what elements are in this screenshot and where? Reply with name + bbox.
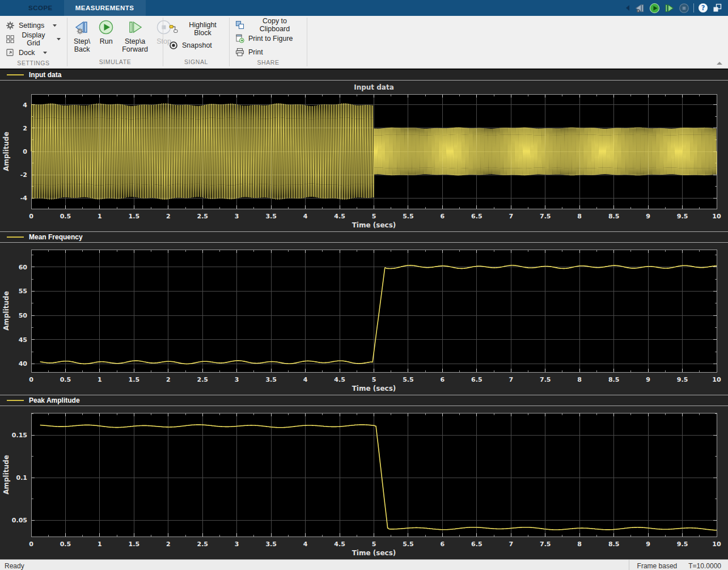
svg-text:-2: -2 bbox=[20, 171, 27, 179]
svg-text:4.5: 4.5 bbox=[334, 213, 345, 220]
svg-text:1.5: 1.5 bbox=[129, 376, 140, 383]
svg-text:9.5: 9.5 bbox=[677, 541, 688, 548]
svg-text:9: 9 bbox=[646, 213, 650, 220]
svg-text:0.15: 0.15 bbox=[12, 432, 27, 439]
svg-text:6.5: 6.5 bbox=[471, 541, 482, 548]
legend-label-mean-frequency: Mean Frequency bbox=[29, 233, 83, 241]
legend-line-sample bbox=[7, 400, 24, 401]
plot-input-data[interactable]: 00.511.522.533.544.555.566.577.588.599.5… bbox=[0, 81, 728, 231]
print-to-figure-icon bbox=[235, 34, 244, 43]
svg-text:5: 5 bbox=[372, 541, 376, 548]
svg-text:Amplitude: Amplitude bbox=[2, 291, 10, 331]
svg-text:3: 3 bbox=[235, 376, 239, 383]
legend-label-peak-amplitude: Peak Amplitude bbox=[29, 396, 80, 404]
svg-text:0.05: 0.05 bbox=[12, 517, 27, 524]
svg-text:8: 8 bbox=[577, 376, 582, 383]
grid-icon bbox=[6, 35, 15, 44]
svg-text:45: 45 bbox=[19, 336, 27, 344]
legend-mean-frequency[interactable]: Mean Frequency bbox=[0, 232, 728, 243]
toolbar-group-signal: Highlight Block Snapshot SIGNAL bbox=[163, 16, 229, 68]
svg-text:8.5: 8.5 bbox=[608, 376, 620, 383]
toolbar-group-settings: Settings Display Grid bbox=[0, 16, 67, 68]
collapse-chevron-icon[interactable] bbox=[625, 4, 630, 12]
svg-text:7: 7 bbox=[509, 213, 513, 220]
svg-text:Time (secs): Time (secs) bbox=[352, 549, 396, 557]
svg-text:7.5: 7.5 bbox=[540, 213, 551, 220]
toolstrip: Settings Display Grid bbox=[0, 16, 728, 69]
panel-input-data: Input data 00.511.522.533.544.555.566.57… bbox=[0, 70, 728, 231]
svg-text:Time (secs): Time (secs) bbox=[352, 221, 396, 229]
step-forward-label-line2: Forward bbox=[122, 45, 148, 53]
print-to-figure-button[interactable]: Print to Figure bbox=[234, 32, 302, 45]
svg-text:5.5: 5.5 bbox=[403, 541, 414, 548]
step-back-label-line1: Step\ bbox=[74, 37, 90, 45]
legend-peak-amplitude[interactable]: Peak Amplitude bbox=[0, 395, 728, 406]
toolstrip-collapse-icon[interactable] bbox=[716, 61, 723, 66]
svg-text:6.5: 6.5 bbox=[471, 376, 482, 383]
legend-input-data[interactable]: Input data bbox=[0, 70, 728, 81]
svg-text:7: 7 bbox=[509, 376, 513, 383]
toolbar-group-simulate: Step\ Back Run bbox=[67, 16, 163, 68]
chevron-down-icon bbox=[56, 37, 61, 41]
step-forward-button[interactable]: Step\a Forward bbox=[118, 19, 152, 54]
svg-text:-4: -4 bbox=[20, 195, 28, 202]
svg-text:4: 4 bbox=[303, 213, 308, 220]
run-button[interactable]: Run bbox=[94, 19, 118, 46]
dock-label: Dock bbox=[19, 49, 35, 57]
svg-text:Input data: Input data bbox=[354, 83, 394, 91]
panel-peak-amplitude: Peak Amplitude 00.511.522.533.544.555.56… bbox=[0, 395, 728, 559]
dock-icon bbox=[6, 48, 15, 57]
legend-label-input-data: Input data bbox=[29, 71, 61, 79]
status-bar: Ready Frame based T=10.0000 bbox=[0, 559, 728, 570]
step-back-icon[interactable] bbox=[634, 3, 645, 14]
run-label: Run bbox=[100, 37, 113, 45]
plot-peak-amplitude[interactable]: 00.511.522.533.544.555.566.577.588.599.5… bbox=[0, 406, 728, 559]
svg-text:6: 6 bbox=[441, 376, 445, 383]
svg-text:10: 10 bbox=[712, 541, 721, 548]
svg-text:6: 6 bbox=[441, 213, 445, 220]
svg-text:7.5: 7.5 bbox=[540, 376, 551, 383]
display-grid-button[interactable]: Display Grid bbox=[5, 32, 62, 46]
snapshot-icon bbox=[169, 41, 178, 50]
tab-scope[interactable]: SCOPE bbox=[17, 0, 64, 16]
svg-text:55: 55 bbox=[19, 288, 27, 295]
svg-text:5: 5 bbox=[372, 376, 376, 383]
svg-text:9.5: 9.5 bbox=[677, 213, 688, 220]
settings-button[interactable]: Settings bbox=[5, 19, 62, 32]
share-group-label: SHARE bbox=[230, 59, 307, 68]
svg-text:2: 2 bbox=[166, 213, 171, 220]
run-icon[interactable] bbox=[649, 3, 660, 14]
step-back-button[interactable]: Step\ Back bbox=[70, 19, 94, 54]
svg-text:3.5: 3.5 bbox=[265, 376, 277, 383]
print-button[interactable]: Print bbox=[234, 45, 302, 59]
svg-text:7: 7 bbox=[509, 541, 513, 548]
svg-text:1: 1 bbox=[98, 376, 102, 383]
svg-text:3.5: 3.5 bbox=[265, 541, 277, 548]
dock-button[interactable]: Dock bbox=[5, 46, 62, 60]
svg-text:2: 2 bbox=[166, 541, 171, 548]
svg-text:3.5: 3.5 bbox=[265, 213, 277, 220]
highlight-block-button[interactable]: Highlight Block bbox=[168, 23, 225, 35]
copy-to-clipboard-button[interactable]: Copy to Clipboard bbox=[234, 18, 302, 32]
svg-text:0.5: 0.5 bbox=[60, 213, 71, 220]
stop-icon[interactable] bbox=[679, 3, 689, 14]
svg-text:Amplitude: Amplitude bbox=[2, 455, 10, 495]
plot-mean-frequency[interactable]: 00.511.522.533.544.555.566.577.588.599.5… bbox=[0, 243, 728, 395]
step-forward-label-line1: Step\a bbox=[122, 37, 148, 45]
quick-access-toolbar: ? bbox=[625, 0, 728, 16]
svg-text:4.5: 4.5 bbox=[334, 376, 345, 383]
help-icon[interactable]: ? bbox=[698, 3, 708, 13]
snapshot-button[interactable]: Snapshot bbox=[168, 40, 225, 51]
svg-text:60: 60 bbox=[19, 264, 28, 271]
undock-icon[interactable] bbox=[712, 3, 722, 13]
step-forward-icon[interactable] bbox=[664, 3, 675, 14]
tab-measurements[interactable]: MEASUREMENTS bbox=[64, 0, 146, 16]
quick-access-separator bbox=[693, 3, 694, 12]
svg-text:5: 5 bbox=[372, 213, 376, 220]
svg-text:5.5: 5.5 bbox=[403, 376, 414, 383]
svg-text:9: 9 bbox=[646, 376, 650, 383]
print-label: Print bbox=[248, 48, 263, 56]
svg-text:4: 4 bbox=[303, 541, 308, 548]
svg-text:10: 10 bbox=[712, 213, 721, 220]
simulate-group-label: SIMULATE bbox=[67, 58, 163, 68]
